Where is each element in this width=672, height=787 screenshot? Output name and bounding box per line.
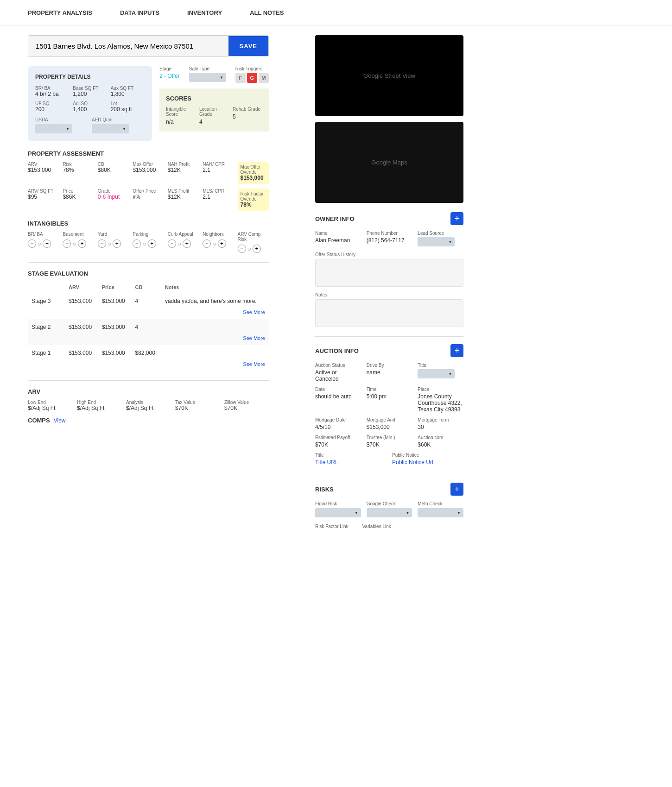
stage2-price: $153,000 — [98, 319, 132, 335]
stage1-arv: $153,000 — [65, 345, 98, 361]
variables-link-field: Variables Link — [362, 523, 391, 529]
max-offer-field: Max Offer $153,000 — [133, 162, 164, 184]
intangible-yard: Yard − ○ + — [98, 232, 129, 253]
stage3-see-more[interactable]: See More — [243, 309, 265, 315]
intangible-basement-minus[interactable]: − — [63, 239, 71, 248]
arv-analysis: Analysis $/Adj Sq Ft — [126, 400, 171, 411]
mortgage-term-field: Mortgage Term 30 — [418, 417, 463, 430]
mls-profit-field: MLS Profit $12K — [168, 189, 199, 211]
auction-info-add-button[interactable]: + — [450, 344, 463, 357]
stage2-notes — [161, 319, 269, 335]
save-button[interactable]: SAVE — [228, 36, 268, 56]
intangible-neighbors-plus[interactable]: + — [218, 239, 226, 248]
intangible-curb-minus[interactable]: − — [168, 239, 176, 248]
lead-source-select[interactable] — [418, 237, 455, 246]
public-notice-url-link[interactable]: Public Notice Url — [392, 459, 433, 466]
stage1-notes — [161, 345, 269, 361]
risk-g-button[interactable]: G — [247, 73, 257, 83]
risks-add-button[interactable]: + — [450, 483, 463, 496]
intangible-parking-minus[interactable]: − — [133, 239, 141, 248]
br-ba-field: BR/ BA 4 br/ 2 ba — [35, 86, 69, 97]
divider-2 — [28, 380, 269, 381]
est-payoff-field: Estimated Payoff $70K — [315, 435, 361, 448]
view-link[interactable]: View — [54, 417, 66, 424]
arv-sqft-field: ARV/ SQ FT $95 — [28, 189, 59, 211]
stage-eval-table: ARV Price CB Notes Stage 3 $153,000 $153… — [28, 282, 269, 371]
intangible-basement-plus[interactable]: + — [78, 239, 86, 248]
flood-risk-field: Flood Risk ▼ — [315, 501, 361, 517]
price-field: Price $86K — [63, 189, 94, 211]
stage2-cb: 4 — [131, 319, 161, 335]
divider-3 — [315, 336, 463, 337]
grade-field: Grade 0-6 Input — [98, 189, 129, 211]
cb-field: CB $80K — [98, 162, 129, 184]
intangible-arv-minus[interactable]: − — [238, 245, 246, 253]
stage2-see-more[interactable]: See More — [243, 335, 265, 341]
nav-data-inputs[interactable]: DATA INPUTS — [120, 9, 159, 16]
table-row: Stage 3 $153,000 $153,000 4 yadda yadda,… — [28, 293, 269, 309]
nav-inventory[interactable]: INVENTORY — [187, 9, 222, 16]
stage1-cb: $82,000 — [131, 345, 161, 361]
intangible-arv-plus[interactable]: + — [253, 245, 261, 253]
intangible-parking-plus[interactable]: + — [148, 239, 156, 248]
intangibles-title: INTANGIBLES — [28, 220, 269, 227]
offer-status-textarea[interactable] — [315, 259, 463, 287]
sale-type-select[interactable] — [189, 73, 226, 82]
col-notes: Notes — [161, 282, 269, 293]
risks-title: RISKS — [315, 486, 334, 493]
table-row: Stage 2 $153,000 $153,000 4 — [28, 319, 269, 335]
nav-property-analysis[interactable]: PROPERTY ANALYSIS — [28, 9, 92, 16]
notes-textarea[interactable] — [315, 299, 463, 327]
usda-select[interactable] — [35, 124, 72, 133]
comps-label: COMPS — [28, 417, 50, 424]
col-cb: CB — [131, 282, 161, 293]
stage-field: Stage 2 - Offer — [159, 66, 180, 79]
meth-check-select[interactable] — [418, 508, 463, 517]
title-url-field: Title Title URL — [315, 453, 387, 466]
auction-title-select[interactable] — [418, 369, 455, 378]
intangible-br-ba-minus[interactable]: − — [28, 239, 36, 248]
col-price: Price — [98, 282, 132, 293]
stage3-label: Stage 3 — [28, 293, 65, 309]
intangible-arv-comp-risk: ARV Comp Risk − ○ + — [238, 232, 269, 253]
title-url-link[interactable]: Title URL — [315, 459, 338, 466]
street-view-box: Google Street View — [315, 35, 463, 116]
stage1-price: $153,000 — [98, 345, 132, 361]
uf-sq-field: UF SQ 200 — [35, 101, 69, 113]
intangible-br-ba-plus[interactable]: + — [43, 239, 51, 248]
stage3-arv: $153,000 — [65, 293, 98, 309]
intangible-curb-plus[interactable]: + — [183, 239, 191, 248]
flood-risk-select[interactable] — [315, 508, 361, 517]
aed-qual-select[interactable] — [92, 124, 129, 133]
risk-f-button[interactable]: F — [235, 73, 246, 83]
table-row: See More — [28, 361, 269, 371]
nah-profit-field: NAH Profit $12K — [168, 162, 199, 184]
intangibles-section: INTANGIBLES BR/ BA − ○ + Basement − ○ + — [28, 220, 269, 253]
scores-box: SCORES Intangible Score n/a Location Gra… — [159, 88, 269, 132]
base-sqft-field: Base SQ FT 1,200 — [73, 86, 107, 97]
intangible-neighbors-minus[interactable]: − — [203, 239, 211, 248]
address-input[interactable] — [28, 36, 228, 57]
nah-cpr-field: NAH/ CPR 2.1 — [203, 162, 234, 184]
table-row: See More — [28, 335, 269, 345]
arv-high-end: High End $/Adj Sq Ft — [77, 400, 121, 411]
property-details-box: PROPERTY DETAILS BR/ BA 4 br/ 2 ba Base … — [28, 66, 152, 141]
intangible-yard-plus[interactable]: + — [113, 239, 121, 248]
stage1-see-more[interactable]: See More — [243, 361, 265, 367]
lead-source-field: Lead Source ▼ — [418, 231, 463, 246]
mortgage-amt-field: Mortgage Amt. $153,000 — [367, 417, 412, 430]
intangible-yard-minus[interactable]: − — [98, 239, 106, 248]
owner-info-add-button[interactable]: + — [450, 212, 463, 225]
nav-all-notes[interactable]: ALL NOTES — [250, 9, 284, 16]
google-check-select[interactable] — [367, 508, 412, 517]
owner-name-field: Name Alan Freeman — [315, 231, 361, 246]
stage3-notes: yadda yadda, and here's some more. — [161, 293, 269, 309]
intangible-basement: Basement − ○ + — [63, 232, 94, 253]
auction-title-field: Title ▼ — [418, 363, 463, 382]
col-arv: ARV — [65, 282, 98, 293]
divider-1 — [28, 262, 269, 263]
lot-field: Lot 200 sq.ft — [111, 101, 145, 113]
risk-m-button[interactable]: M — [259, 73, 269, 83]
risk-factor-override-field: Risk Factor Overide 78% — [238, 189, 269, 211]
mls-cpr-field: MLS/ CPR 2.1 — [203, 189, 234, 211]
